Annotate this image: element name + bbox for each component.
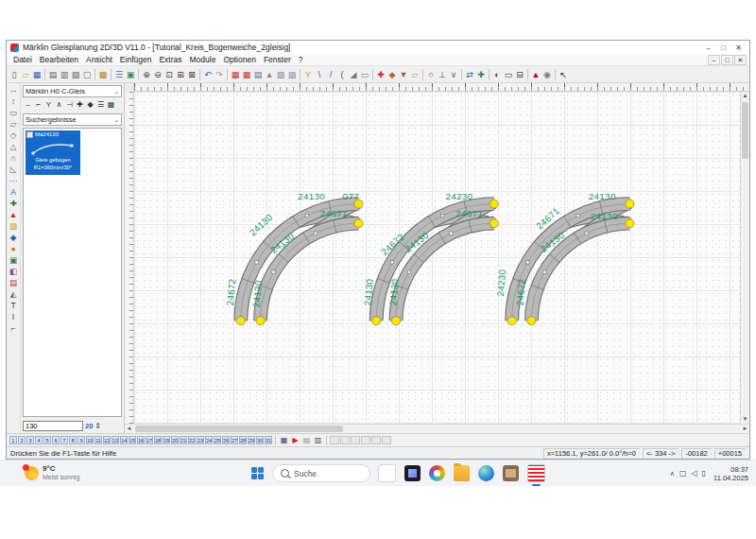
toolbar-icon-46[interactable]: ⇄: [464, 68, 475, 81]
zoom-spinner-icon[interactable]: ⇕: [94, 422, 101, 430]
toolbar-icon-33[interactable]: (: [336, 68, 348, 81]
draw-tool-icon-2[interactable]: ▭: [8, 108, 20, 118]
draw-tool-icon-4[interactable]: ◇: [8, 130, 20, 141]
layer-button-15[interactable]: 15: [129, 436, 136, 444]
track-plan-drawing[interactable]: 2413007724671241302413024672241302423024…: [134, 92, 740, 424]
vertical-scrollbar[interactable]: ▲ ▼: [740, 92, 749, 424]
draw-tool-icon-18[interactable]: ◭: [8, 289, 20, 300]
toolbar-icon-21[interactable]: ↷: [214, 68, 225, 81]
menu-ansicht[interactable]: Ansicht: [82, 55, 116, 64]
track-category-icon-5[interactable]: ✚: [76, 99, 84, 110]
track-category-icon-0[interactable]: –: [24, 99, 32, 110]
toolbar-icon-50[interactable]: ▭: [503, 68, 514, 81]
track-category-icon-3[interactable]: ∧: [55, 99, 63, 110]
layer-button-24[interactable]: 24: [205, 436, 213, 444]
layer-button-3[interactable]: 3: [26, 436, 34, 444]
toolbar-icon-4[interactable]: ▤: [47, 68, 59, 81]
track-endpoint[interactable]: [236, 317, 245, 325]
layer-button-22[interactable]: 22: [188, 436, 196, 444]
scroll-left-icon[interactable]: ◄: [125, 425, 133, 433]
menu-bearbeiten[interactable]: Bearbeiten: [36, 55, 82, 64]
toolbar-icon-1[interactable]: ▱: [20, 68, 31, 81]
taskbar-search[interactable]: Suche: [272, 464, 370, 482]
layer-button-13[interactable]: 13: [112, 436, 119, 444]
layer-button-17[interactable]: 17: [146, 436, 153, 444]
toolbar-icon-24[interactable]: ▦: [241, 68, 252, 81]
track-group-0[interactable]: 241300772467124130241302467224130: [225, 191, 363, 325]
track-category-icon-2[interactable]: Y: [44, 99, 53, 110]
mdi-restore-button[interactable]: □: [721, 55, 733, 65]
toolbar-icon-42[interactable]: ○: [425, 68, 437, 81]
layer-button-20[interactable]: 20: [171, 436, 179, 444]
track-endpoint[interactable]: [626, 200, 634, 208]
toolbar-icon-6[interactable]: ▧: [70, 68, 81, 81]
menu-module[interactable]: Module: [186, 55, 220, 64]
draw-tool-icon-16[interactable]: ◧: [8, 267, 20, 277]
taskbar-app-pinwheel[interactable]: [429, 465, 445, 481]
menu-einfgen[interactable]: Einfügen: [116, 55, 156, 64]
layerbar-icon-2[interactable]: ▤: [301, 435, 312, 445]
layer-button-18[interactable]: 18: [154, 436, 162, 444]
toolbar-icon-31[interactable]: \: [314, 68, 325, 81]
track-endpoint[interactable]: [507, 317, 516, 325]
horizontal-scrollbar[interactable]: ◄ ►: [125, 424, 749, 433]
toolbar-icon-11[interactable]: ☰: [113, 68, 125, 81]
draw-tool-icon-12[interactable]: ▨: [8, 221, 20, 232]
track-endpoint[interactable]: [626, 219, 634, 228]
layer-button-19[interactable]: 19: [163, 436, 170, 444]
track-endpoint[interactable]: [372, 317, 381, 325]
layer-button-27[interactable]: 27: [231, 436, 238, 444]
toolbar-icon-25[interactable]: ▤: [252, 68, 264, 81]
maximize-button[interactable]: □: [716, 43, 730, 53]
taskbar-app-marklin-active[interactable]: [527, 464, 545, 482]
track-item-selected[interactable]: Mä24130 Gleis gebogen R1=360mm/30°: [26, 130, 80, 175]
draw-tool-icon-7[interactable]: ◺: [8, 165, 20, 175]
track-group-1[interactable]: 242302467124672241302413024130: [362, 191, 498, 325]
scroll-up-icon[interactable]: ▲: [741, 92, 749, 100]
mdi-close-button[interactable]: ✕: [734, 55, 747, 65]
layer-button-30[interactable]: 30: [256, 436, 264, 444]
network-icon[interactable]: ▢: [679, 469, 687, 478]
layer-button-2[interactable]: 2: [18, 436, 26, 444]
toolbar-icon-17[interactable]: ⊞: [175, 68, 186, 81]
horizontal-scroll-thumb[interactable]: [135, 426, 343, 432]
layer-button-12[interactable]: 12: [103, 436, 111, 444]
layer-button-6[interactable]: 6: [52, 436, 60, 444]
toolbar-icon-0[interactable]: ▯: [9, 68, 20, 81]
draw-tool-icon-13[interactable]: ◆: [8, 233, 20, 243]
menu-optionen[interactable]: Optionen: [219, 55, 260, 64]
minimize-button[interactable]: –: [701, 43, 715, 53]
toolbar-icon-49[interactable]: ◐: [491, 68, 503, 81]
taskbar-app-app1[interactable]: [503, 465, 519, 481]
taskbar-clock[interactable]: 08:37 11.04.2025: [713, 465, 748, 482]
menu-extras[interactable]: Extras: [155, 55, 185, 64]
track-endpoint[interactable]: [490, 200, 498, 208]
zoom-value-input[interactable]: [23, 421, 83, 431]
toolbar-icon-15[interactable]: ⊖: [152, 68, 163, 81]
weather-widget[interactable]: 9°C Meist sonnig: [25, 465, 138, 480]
toolbar-icon-38[interactable]: ◆: [387, 68, 398, 81]
draw-tool-icon-8[interactable]: ⋯: [8, 176, 20, 186]
track-endpoint[interactable]: [256, 317, 265, 325]
track-category-icon-7[interactable]: ☰: [96, 99, 105, 110]
search-results-select[interactable]: Suchergebnisse ⌄: [23, 113, 122, 126]
draw-tool-icon-6[interactable]: ∩: [8, 153, 20, 164]
draw-tool-icon-1[interactable]: ↕: [8, 96, 20, 107]
layer-button-4[interactable]: 4: [35, 436, 43, 444]
toolbar-icon-35[interactable]: ▭: [359, 68, 370, 81]
toolbar-icon-18[interactable]: ⊠: [186, 68, 198, 81]
toolbar-icon-56[interactable]: ↖: [558, 68, 569, 81]
scroll-right-icon[interactable]: ►: [741, 425, 749, 433]
track-category-icon-6[interactable]: ◆: [86, 99, 94, 110]
layer-button-8[interactable]: 8: [69, 436, 77, 444]
layer-button-14[interactable]: 14: [120, 436, 128, 444]
toolbar-icon-47[interactable]: ✚: [475, 68, 487, 81]
draw-tool-icon-20[interactable]: I: [8, 312, 20, 322]
layer-button-16[interactable]: 16: [137, 436, 145, 444]
track-system-select[interactable]: Märklin H0 C-Gleis ⌄: [23, 85, 122, 97]
track-endpoint[interactable]: [354, 219, 363, 228]
volume-icon[interactable]: ◁: [691, 469, 696, 478]
draw-tool-icon-14[interactable]: ●: [8, 244, 20, 254]
draw-tool-icon-9[interactable]: A: [8, 187, 20, 198]
draw-tool-icon-15[interactable]: ▣: [8, 255, 20, 266]
